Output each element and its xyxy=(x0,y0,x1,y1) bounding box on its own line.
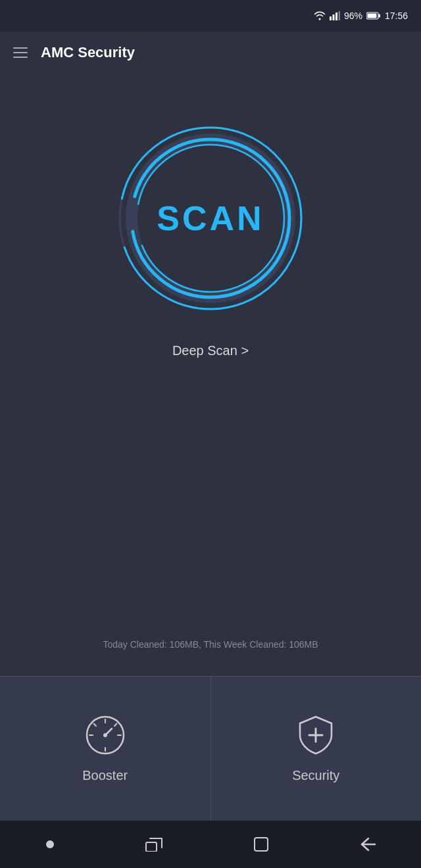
svg-rect-2 xyxy=(335,12,337,20)
nav-bar xyxy=(0,821,421,868)
svg-rect-0 xyxy=(330,16,332,20)
wifi-icon xyxy=(314,11,326,20)
svg-rect-1 xyxy=(332,14,334,20)
deep-scan-button[interactable]: Deep Scan > xyxy=(172,343,249,358)
svg-rect-5 xyxy=(378,14,380,18)
nav-overview[interactable] xyxy=(247,830,276,859)
svg-rect-24 xyxy=(146,842,157,852)
nav-home[interactable] xyxy=(39,833,61,856)
nav-recent[interactable] xyxy=(138,831,170,858)
title-bar: AMC Security xyxy=(0,32,421,74)
battery-percent: 96% xyxy=(344,11,362,21)
booster-label: Booster xyxy=(82,768,128,783)
security-button[interactable]: Security xyxy=(211,677,422,821)
svg-rect-25 xyxy=(255,838,268,851)
status-bar: 96% 17:56 xyxy=(0,0,421,32)
stats-text: Today Cleaned: 106MB, This Week Cleaned:… xyxy=(103,639,318,650)
scan-button[interactable]: SCAN xyxy=(112,120,309,317)
back-icon xyxy=(359,837,376,852)
signal-icon xyxy=(330,11,340,20)
svg-rect-3 xyxy=(338,11,340,20)
svg-rect-6 xyxy=(367,14,376,18)
booster-button[interactable]: Booster xyxy=(0,677,211,821)
svg-line-17 xyxy=(114,724,117,727)
feature-panel: Booster Security xyxy=(0,676,421,821)
home-dot-icon xyxy=(45,840,55,849)
svg-line-16 xyxy=(93,724,96,727)
svg-point-23 xyxy=(46,840,54,848)
speedometer-icon xyxy=(84,714,126,756)
battery-icon xyxy=(366,12,381,20)
menu-button[interactable] xyxy=(13,47,28,58)
svg-point-19 xyxy=(103,733,107,737)
main-content: SCAN Deep Scan > Today Cleaned: 106MB, T… xyxy=(0,74,421,676)
security-label: Security xyxy=(292,768,339,783)
app-title: AMC Security xyxy=(41,44,135,61)
nav-back[interactable] xyxy=(353,831,383,858)
square-icon xyxy=(253,836,269,852)
recent-apps-icon xyxy=(145,837,163,852)
time-display: 17:56 xyxy=(385,11,408,21)
scan-label-container: SCAN xyxy=(157,199,264,238)
shield-icon xyxy=(296,714,335,756)
scan-label: SCAN xyxy=(157,199,264,238)
status-icons: 96% 17:56 xyxy=(314,11,408,21)
